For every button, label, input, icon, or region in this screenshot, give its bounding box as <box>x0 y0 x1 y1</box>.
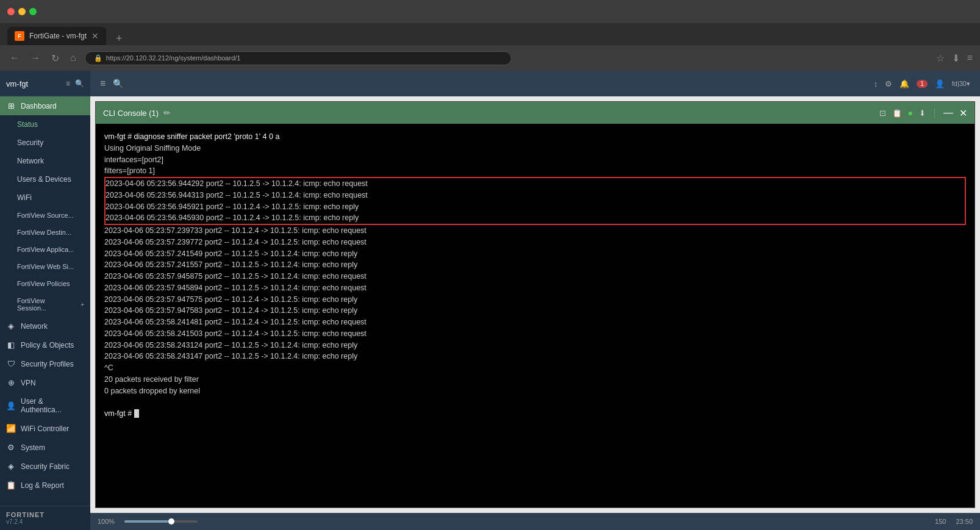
cli-header: CLI Console (1) ✏ ⊡ 📋 ● ⬇ — ✕ <box>96 102 975 124</box>
topbar-time: fd|30▾ <box>952 80 970 88</box>
sidebar-item-vpn[interactable]: ⊕ VPN <box>0 373 90 392</box>
sidebar-header-icons: ≡ 🔍 <box>66 79 84 88</box>
cli-line-10: 2023-04-06 05:23:57.241549 port2 -- 10.1… <box>104 248 966 260</box>
cli-line-9: 2023-04-06 05:23:57.239772 port2 -- 10.1… <box>104 237 966 248</box>
sidebar-item-users-devices[interactable]: Users & Devices <box>0 170 90 188</box>
forward-button[interactable]: → <box>28 51 43 65</box>
sidebar-item-status[interactable]: Status <box>0 115 90 134</box>
browser-toolbar-right: ☆ ⬇ ≡ <box>936 52 973 64</box>
cli-line-23 <box>104 396 966 408</box>
download-icon[interactable]: ⬇ <box>952 52 960 64</box>
sidebar-item-dashboard[interactable]: ⊞ Dashboard <box>0 96 90 115</box>
cli-close-icon[interactable]: ✕ <box>959 107 967 119</box>
reload-button[interactable]: ↻ <box>49 51 62 65</box>
zoom-thumb <box>168 518 174 525</box>
cli-line-16: 2023-04-06 05:23:58.241481 port2 -- 10.1… <box>104 317 966 328</box>
sidebar-item-network[interactable]: Network <box>0 152 90 170</box>
new-tab-button[interactable]: + <box>111 32 127 45</box>
sidebar-item-system[interactable]: ⚙ System <box>0 438 90 457</box>
hamburger-icon[interactable]: ≡ <box>66 79 70 88</box>
tab-close-icon[interactable]: ✕ <box>91 31 99 41</box>
cli-line-11: 2023-04-06 05:23:57.241557 port2 -- 10.1… <box>104 259 966 271</box>
sidebar-label-log-report: Log & Report <box>21 481 64 490</box>
console-wrapper: CLI Console (1) ✏ ⊡ 📋 ● ⬇ — ✕ vm-fgt # d… <box>90 96 980 513</box>
menu-icon[interactable]: ≡ <box>967 52 973 63</box>
zoom-bar[interactable] <box>124 520 198 523</box>
security-profiles-icon: 🛡 <box>6 359 16 368</box>
cli-line-4: 2023-04-06 05:23:56.944292 port2 -- 10.1… <box>106 178 965 190</box>
notification-badge: 1 <box>917 80 928 88</box>
settings-icon[interactable]: ⚙ <box>885 79 892 88</box>
cli-edit-icon[interactable]: ✏ <box>163 108 171 118</box>
sidebar-label-fortiview-sessions: FortiView Session... <box>17 297 76 312</box>
sidebar-item-security[interactable]: Security <box>0 134 90 152</box>
sidebar-label-system: System <box>21 443 45 452</box>
traffic-lights <box>7 8 37 15</box>
cli-line-12: 2023-04-06 05:23:57.945875 port2 -- 10.1… <box>104 271 966 282</box>
zoom-slider[interactable] <box>124 520 198 523</box>
cli-header-icons: ⊡ 📋 ● ⬇ — ✕ <box>879 107 967 119</box>
zoom-label: 100% <box>98 518 115 525</box>
sidebar-label-users-devices: Users & Devices <box>17 175 71 184</box>
notification-icon[interactable]: 🔔 <box>900 79 909 88</box>
close-button[interactable] <box>7 8 15 15</box>
tab-favicon: F <box>15 31 24 41</box>
sidebar-item-wifi-ctrl[interactable]: 📶 WiFi Controller <box>0 419 90 438</box>
search-main-icon[interactable]: 🔍 <box>113 79 123 88</box>
cli-line-24: vm-fgt # <box>104 408 966 420</box>
arrows-icon: ↕ <box>874 79 878 88</box>
cli-copy-icon[interactable]: ⊡ <box>879 109 886 118</box>
sidebar-item-fortiview-dest[interactable]: FortiView Destin... <box>0 224 90 241</box>
sidebar-label-policy-objects: Policy & Objects <box>21 341 74 349</box>
cli-paste-icon[interactable]: 📋 <box>892 109 902 118</box>
sidebar-item-log-report[interactable]: 📋 Log & Report <box>0 476 90 495</box>
address-text: https://20.120.32.212/ng/system/dashboar… <box>106 54 241 62</box>
sidebar-label-wifi-ctrl: WiFi Controller <box>21 424 69 433</box>
cli-line-3: filters=[proto 1] <box>104 165 966 177</box>
bottom-timestamp: 23:50 <box>956 518 973 525</box>
sidebar-item-fortiview-policies[interactable]: FortiView Policies <box>0 275 90 292</box>
cli-line-19: 2023-04-06 05:23:58.243147 port2 -- 10.1… <box>104 351 966 362</box>
log-icon: 📋 <box>6 481 16 490</box>
cli-line-7: 2023-04-06 05:23:56.945930 port2 -- 10.1… <box>106 212 965 224</box>
sidebar-item-security-profiles[interactable]: 🛡 Security Profiles <box>0 354 90 373</box>
back-button[interactable]: ← <box>7 51 22 65</box>
sidebar-item-fortiview-sessions[interactable]: FortiView Session... + <box>0 292 90 317</box>
tab-label: FortiGate - vm-fgt <box>29 32 87 40</box>
home-button[interactable]: ⌂ <box>68 51 79 65</box>
cli-download-icon[interactable]: ⬇ <box>919 109 926 118</box>
cli-line-0: vm-fgt # diagnose sniffer packet port2 '… <box>104 131 966 143</box>
cli-line-14: 2023-04-06 05:23:57.947575 port2 -- 10.1… <box>104 294 966 306</box>
system-icon: ⚙ <box>6 443 16 452</box>
bottom-right-value: 150 <box>935 518 946 525</box>
maximize-button[interactable] <box>29 8 37 15</box>
cli-line-18: 2023-04-06 05:23:58.243124 port2 -- 10.1… <box>104 340 966 351</box>
cli-minimize-icon[interactable]: — <box>943 107 953 118</box>
active-tab[interactable]: F FortiGate - vm-fgt ✕ <box>7 27 106 45</box>
cli-body[interactable]: vm-fgt # diagnose sniffer packet port2 '… <box>96 124 975 507</box>
sidebar-item-policy-objects[interactable]: ◧ Policy & Objects <box>0 335 90 354</box>
cli-line-5: 2023-04-06 05:23:56.944313 port2 -- 10.1… <box>106 190 965 201</box>
sidebar-item-wifi[interactable]: WiFi <box>0 188 90 207</box>
cli-line-13: 2023-04-06 05:23:57.945894 port2 -- 10.1… <box>104 282 966 294</box>
sidebar-nav: ⊞ Dashboard Status Security Network User… <box>0 96 90 506</box>
sidebar-item-security-fabric[interactable]: ◈ Security Fabric <box>0 457 90 476</box>
search-icon[interactable]: 🔍 <box>75 79 84 88</box>
sidebar-item-network-main[interactable]: ◈ Network <box>0 317 90 335</box>
sidebar: vm-fgt ≡ 🔍 ⊞ Dashboard Status Security N… <box>0 71 90 530</box>
sidebar-item-fortiview-app[interactable]: FortiView Applica... <box>0 241 90 258</box>
sidebar-item-fortiview-web[interactable]: FortiView Web Si... <box>0 258 90 275</box>
user-topbar-icon[interactable]: 👤 <box>935 79 945 88</box>
address-bar[interactable]: 🔒 https://20.120.32.212/ng/system/dashbo… <box>85 51 512 65</box>
sidebar-item-user-auth[interactable]: 👤 User & Authentica... <box>0 392 90 419</box>
cli-console[interactable]: CLI Console (1) ✏ ⊡ 📋 ● ⬇ — ✕ vm-fgt # d… <box>95 101 975 508</box>
sidebar-label-security: Security <box>17 138 43 147</box>
sidebar-label-user-auth: User & Authentica... <box>21 397 84 414</box>
cli-line-15: 2023-04-06 05:23:57.947583 port2 -- 10.1… <box>104 305 966 317</box>
sidebar-item-fortiview-sources[interactable]: FortiView Source... <box>0 207 90 224</box>
bookmark-icon[interactable]: ☆ <box>936 52 945 64</box>
minimize-button[interactable] <box>18 8 26 15</box>
hamburger-main-icon[interactable]: ≡ <box>100 78 106 89</box>
policy-icon: ◧ <box>6 340 16 349</box>
sidebar-device-name: vm-fgt <box>6 79 28 88</box>
